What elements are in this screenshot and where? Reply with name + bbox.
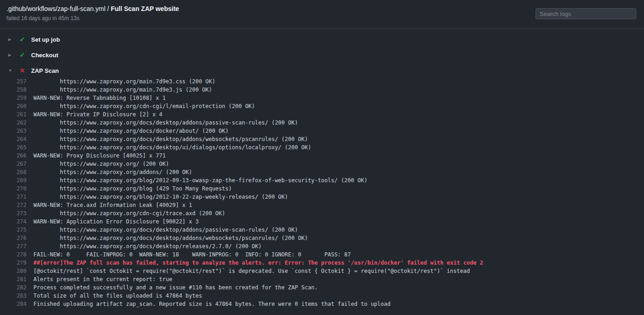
log-line-text: https://www.zaproxy.org/addons/ (200 OK) — [33, 168, 192, 176]
log-line-text: https://www.zaproxy.org/docs/desktop/add… — [33, 135, 308, 143]
log-line-text: WARN-NEW: Trace.axd Information Leak [40… — [33, 201, 192, 209]
workflow-path: .github/workflows/zap-full-scan.yml — [6, 5, 105, 12]
log-line: 272WARN-NEW: Trace.axd Information Leak … — [0, 201, 644, 209]
log-line: 284Finished uploading artifact zap_scan.… — [0, 300, 644, 308]
run-header: .github/workflows/zap-full-scan.yml / Fu… — [0, 0, 644, 28]
log-line-number[interactable]: 261 — [0, 110, 27, 119]
log-line: 277 https://www.zaproxy.org/docs/desktop… — [0, 242, 644, 250]
log-line-number[interactable]: 276 — [0, 234, 27, 242]
log-line: 279##[error]The ZAP full scan has failed… — [0, 259, 644, 267]
log-line: 257 https://www.zaproxy.org/main.7d9e3.c… — [0, 77, 644, 86]
log-line-text: https://www.zaproxy.org/blog (429 Too Ma… — [33, 185, 232, 193]
log-line-text: https://www.zaproxy.org/docs/desktop/add… — [33, 226, 298, 234]
log-line: 261WARN-NEW: Private IP Disclosure [2] x… — [0, 110, 644, 119]
log-line-number[interactable]: 259 — [0, 94, 27, 102]
log-line-text: Finished uploading artifact zap_scan. Re… — [33, 300, 390, 308]
log-line-number[interactable]: 280 — [0, 267, 27, 275]
log-line-number[interactable]: 263 — [0, 127, 27, 135]
log-line-text: ##[error]The ZAP full scan has failed, s… — [33, 259, 483, 267]
log-line-number[interactable]: 258 — [0, 86, 27, 94]
log-line-number[interactable]: 262 — [0, 119, 27, 127]
step-row-zap-scan[interactable]: ▼✕ZAP Scan — [0, 63, 644, 78]
log-line-text: https://www.zaproxy.org/blog/2012-09-13-… — [33, 176, 368, 185]
log-line-number[interactable]: 266 — [0, 152, 27, 160]
step-label: Set up job — [31, 36, 60, 43]
log-line-text: FAIL-NEW: 0 FAIL-INPROG: 0 WARN-NEW: 18 … — [33, 250, 351, 259]
log-line: 262 https://www.zaproxy.org/docs/desktop… — [0, 119, 644, 127]
log-line-number[interactable]: 267 — [0, 160, 27, 168]
chevron-right-icon: ▶ — [8, 37, 14, 42]
log-line: 259WARN-NEW: Reverse Tabnabbing [10108] … — [0, 94, 644, 102]
step-row-checkout[interactable]: ▶✓Checkout — [0, 47, 644, 63]
log-line-text: [@octokit/rest] `const Octokit = require… — [33, 267, 470, 275]
log-line-text: https://www.zaproxy.org/main.7d9e3.css (… — [33, 77, 215, 86]
log-view: 257 https://www.zaproxy.org/main.7d9e3.c… — [0, 77, 644, 308]
log-line: 258 https://www.zaproxy.org/main.7d9e3.j… — [0, 86, 644, 94]
log-line-number[interactable]: 271 — [0, 193, 27, 201]
log-line-number[interactable]: 273 — [0, 209, 27, 217]
search-logs-input[interactable] — [536, 8, 636, 19]
log-line-number[interactable]: 283 — [0, 292, 27, 300]
log-line-number[interactable]: 284 — [0, 300, 27, 308]
log-line: 271 https://www.zaproxy.org/blog/2012-10… — [0, 193, 644, 201]
log-line-number[interactable]: 275 — [0, 226, 27, 234]
log-line-text: https://www.zaproxy.org/docs/desktop/ui/… — [33, 143, 311, 152]
log-line-number[interactable]: 277 — [0, 242, 27, 250]
log-line-text: https://www.zaproxy.org/docs/desktop/rel… — [33, 242, 262, 250]
log-line-number[interactable]: 265 — [0, 143, 27, 152]
step-row-set-up-job[interactable]: ▶✓Set up job — [0, 32, 644, 47]
run-status-text: failed 16 days ago in 45m 13s — [6, 15, 179, 22]
run-header-titles: .github/workflows/zap-full-scan.yml / Fu… — [6, 5, 179, 22]
workflow-run-page: .github/workflows/zap-full-scan.yml / Fu… — [0, 0, 644, 308]
step-label: Checkout — [31, 52, 58, 59]
log-line: 260 https://www.zaproxy.org/cdn-cgi/l/em… — [0, 102, 644, 110]
log-line: 263 https://www.zaproxy.org/docs/docker/… — [0, 127, 644, 135]
steps-list: ▶✓Set up job▶✓Checkout▼✕ZAP Scan — [0, 29, 644, 78]
breadcrumb-separator: / — [105, 5, 111, 12]
log-line-number[interactable]: 260 — [0, 102, 27, 110]
x-icon: ✕ — [19, 67, 26, 74]
log-line-number[interactable]: 269 — [0, 176, 27, 185]
log-line-number[interactable]: 282 — [0, 283, 27, 292]
log-line: 269 https://www.zaproxy.org/blog/2012-09… — [0, 176, 644, 185]
log-line: 280[@octokit/rest] `const Octokit = requ… — [0, 267, 644, 275]
log-line-number[interactable]: 264 — [0, 135, 27, 143]
log-line: 273 https://www.zaproxy.org/cdn-cgi/trac… — [0, 209, 644, 217]
log-line-number[interactable]: 257 — [0, 77, 27, 86]
log-line-text: Total size of all the files uploaded is … — [33, 292, 202, 300]
log-line-number[interactable]: 279 — [0, 259, 27, 267]
log-line-text: https://www.zaproxy.org/docs/desktop/add… — [33, 234, 308, 242]
step-label: ZAP Scan — [31, 67, 59, 74]
chevron-right-icon: ▶ — [8, 53, 14, 57]
log-line: 267 https://www.zaproxy.org/ (200 OK) — [0, 160, 644, 168]
log-line-text: https://www.zaproxy.org/blog/2012-10-22-… — [33, 193, 288, 201]
log-line: 268 https://www.zaproxy.org/addons/ (200… — [0, 168, 644, 176]
log-line-number[interactable]: 278 — [0, 250, 27, 259]
log-line-text: https://www.zaproxy.org/main.7d9e3.js (2… — [33, 86, 212, 94]
log-line-number[interactable]: 274 — [0, 217, 27, 226]
log-line-number[interactable]: 270 — [0, 185, 27, 193]
log-line-text: https://www.zaproxy.org/ (200 OK) — [33, 160, 169, 168]
job-name: Full Scan ZAP website — [111, 5, 179, 12]
log-line-number[interactable]: 268 — [0, 168, 27, 176]
log-line: 275 https://www.zaproxy.org/docs/desktop… — [0, 226, 644, 234]
log-line-text: Alerts present in the current report: tr… — [33, 275, 172, 283]
log-line: 276 https://www.zaproxy.org/docs/desktop… — [0, 234, 644, 242]
log-line: 270 https://www.zaproxy.org/blog (429 To… — [0, 185, 644, 193]
log-line-text: WARN-NEW: Private IP Disclosure [2] x 4 — [33, 110, 162, 119]
log-line-text: https://www.zaproxy.org/cdn-cgi/l/email-… — [33, 102, 255, 110]
log-line-number[interactable]: 281 — [0, 275, 27, 283]
log-line: 278FAIL-NEW: 0 FAIL-INPROG: 0 WARN-NEW: … — [0, 250, 644, 259]
log-line-text: https://www.zaproxy.org/cdn-cgi/trace.ax… — [33, 209, 225, 217]
check-icon: ✓ — [19, 36, 26, 43]
chevron-down-icon: ▼ — [8, 68, 14, 73]
log-line: 283Total size of all the files uploaded … — [0, 292, 644, 300]
check-icon: ✓ — [19, 51, 26, 59]
log-line: 282Process completed successfully and a … — [0, 283, 644, 292]
log-line-text: WARN-NEW: Proxy Disclosure [40025] x 771 — [33, 152, 166, 160]
log-line-text: Process completed successfully and a new… — [33, 283, 318, 292]
log-line-text: WARN-NEW: Reverse Tabnabbing [10108] x 1 — [33, 94, 166, 102]
log-line: 264 https://www.zaproxy.org/docs/desktop… — [0, 135, 644, 143]
breadcrumb: .github/workflows/zap-full-scan.yml / Fu… — [6, 5, 179, 12]
log-line-number[interactable]: 272 — [0, 201, 27, 209]
